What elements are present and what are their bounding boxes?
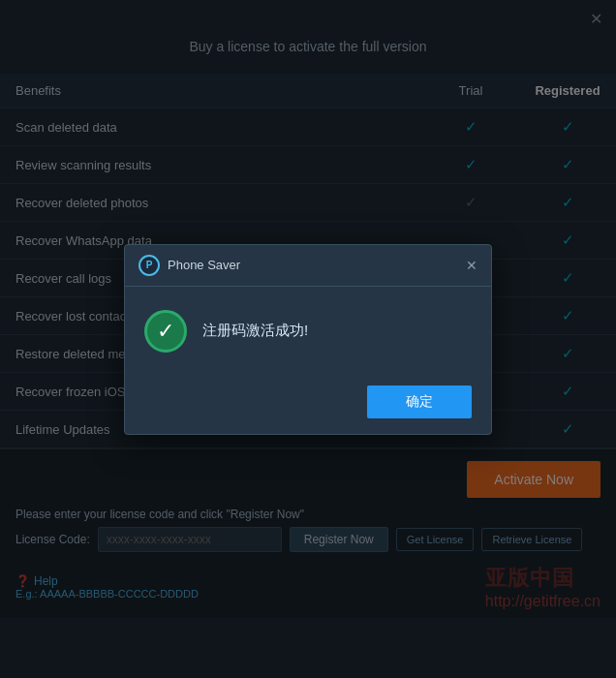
- modal-title: Phone Saver: [168, 258, 240, 272]
- modal-title-row: P Phone Saver: [139, 255, 240, 276]
- success-icon: ✓: [144, 310, 187, 353]
- modal-dialog: P Phone Saver ✕ ✓ 注册码激活成功! 确定: [124, 244, 492, 435]
- modal-app-icon: P: [139, 255, 160, 276]
- modal-header: P Phone Saver ✕: [125, 245, 491, 287]
- modal-close-button[interactable]: ✕: [466, 258, 477, 273]
- modal-footer: 确定: [125, 376, 491, 434]
- modal-body: ✓ 注册码激活成功!: [125, 287, 491, 376]
- modal-overlay: P Phone Saver ✕ ✓ 注册码激活成功! 确定: [0, 0, 616, 678]
- ok-button[interactable]: 确定: [367, 385, 472, 418]
- modal-message: 注册码激活成功!: [202, 322, 308, 340]
